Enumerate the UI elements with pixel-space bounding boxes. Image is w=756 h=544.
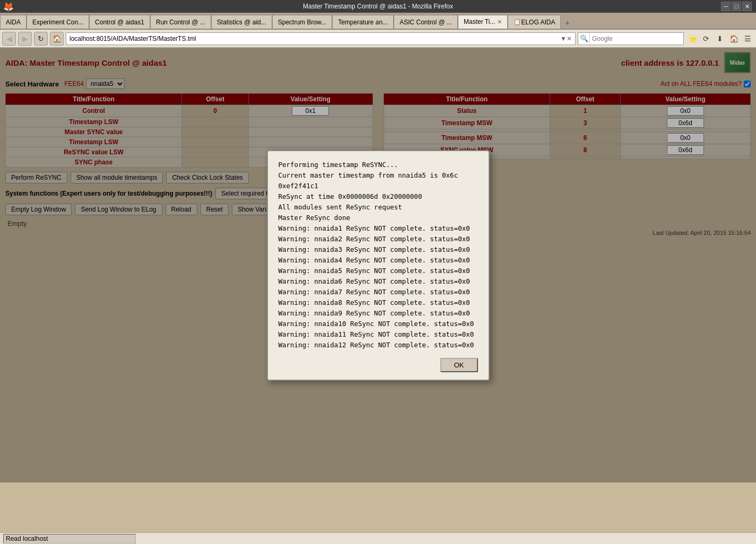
modal-overlay: Performing timestamp ReSYNC... Current m…	[0, 48, 756, 482]
address-clear-icon[interactable]: ✕	[567, 35, 572, 42]
modal-line-1: Current master timestamp from nnaida5 is…	[279, 170, 478, 191]
modal-line-15: Warning: nnaida11 ReSync NOT complete. s…	[279, 329, 478, 340]
modal-body: Performing timestamp ReSYNC... Current m…	[268, 151, 489, 353]
modal-line-0: Performing timestamp ReSYNC...	[279, 160, 478, 170]
modal-line-4: Master ReSync done	[279, 213, 478, 223]
sync-icon[interactable]: ⟳	[700, 32, 712, 45]
modal-line-14: Warning: nnaida10 ReSync NOT complete. s…	[279, 319, 478, 329]
browser-title-bar: 🦊 Master Timestamp Control @ aidas1 - Mo…	[0, 0, 756, 13]
modal-ok-button[interactable]: OK	[440, 358, 478, 372]
tab-master-ts[interactable]: Master Ti... ✕	[458, 15, 508, 29]
tab-experiment-con[interactable]: Experiment Con...	[27, 15, 89, 29]
nav-bar: ◀ ▶ ↻ 🏠 ▼ ✕ 🔍 ⭐ ⟳ ⬇ 🏠 ☰	[0, 30, 756, 48]
home-nav-icon[interactable]: 🏠	[727, 32, 740, 45]
address-dropdown-icon[interactable]: ▼	[560, 35, 567, 42]
tab-bar: AIDA Experiment Con... Control @ aidas1 …	[0, 13, 756, 30]
resync-modal: Performing timestamp ReSYNC... Current m…	[267, 150, 490, 381]
maximize-button[interactable]: □	[732, 2, 741, 11]
tab-aida[interactable]: AIDA	[0, 15, 27, 29]
nav-icons: ⭐ ⟳ ⬇ 🏠 ☰	[686, 32, 754, 45]
tab-elog[interactable]: 📋 ELOG AIDA	[508, 15, 561, 29]
modal-line-2: ReSync at time 0x0000006d 0x20000000	[279, 191, 478, 202]
browser-title: Master Timestamp Control @ aidas1 - Mozi…	[303, 3, 453, 10]
modal-line-9: Warning: nnaida5 ReSync NOT complete. st…	[279, 266, 478, 276]
search-engine-icon[interactable]: 🔍	[578, 33, 590, 45]
modal-line-3: All modules sent ReSync request	[279, 202, 478, 213]
reload-nav-button[interactable]: ↻	[34, 32, 48, 46]
tab-asic-control[interactable]: ASIC Control @ ...	[394, 15, 458, 29]
modal-line-10: Warning: nnaida6 ReSync NOT complete. st…	[279, 276, 478, 287]
download-icon[interactable]: ⬇	[714, 32, 726, 45]
status-text: Read localhost	[3, 534, 136, 543]
tab-close-icon[interactable]: ✕	[497, 19, 502, 25]
tab-statistics[interactable]: Statistics @ aid...	[211, 15, 272, 29]
modal-line-12: Warning: nnaida8 ReSync NOT complete. st…	[279, 297, 478, 308]
menu-icon[interactable]: ☰	[741, 32, 754, 45]
address-bar: ▼ ✕	[66, 32, 576, 45]
modal-line-13: Warning: nnaida9 ReSync NOT complete. st…	[279, 308, 478, 319]
close-button[interactable]: ✕	[742, 2, 752, 11]
tab-run-control[interactable]: Run Control @ ...	[150, 15, 211, 29]
minimize-button[interactable]: ─	[721, 2, 731, 11]
modal-line-7: Warning: nnaida3 ReSync NOT complete. st…	[279, 244, 478, 255]
tab-control-aidas1[interactable]: Control @ aidas1	[89, 15, 150, 29]
address-input[interactable]	[69, 35, 559, 42]
tab-spectrum[interactable]: Spectrum Brow...	[272, 15, 332, 29]
modal-line-6: Warning: nnaida2 ReSync NOT complete. st…	[279, 234, 478, 244]
page-content: AIDA: Master Timestamp Control @ aidas1 …	[0, 48, 756, 482]
new-tab-button[interactable]: +	[561, 17, 573, 29]
search-input[interactable]	[590, 35, 683, 42]
modal-line-11: Warning: nnaida7 ReSync NOT complete. st…	[279, 287, 478, 297]
home-button[interactable]: 🏠	[50, 32, 64, 46]
firefox-icon: 🦊	[3, 2, 14, 12]
bookmark-icon[interactable]: ⭐	[686, 32, 699, 45]
modal-line-5: Warning: nnaida1 ReSync NOT complete. st…	[279, 223, 478, 234]
back-button[interactable]: ◀	[2, 32, 16, 46]
search-bar: 🔍	[578, 32, 684, 45]
modal-line-16: Warning: nnaida12 ReSync NOT complete. s…	[279, 340, 478, 350]
window-controls[interactable]: ─ □ ✕	[721, 2, 752, 11]
modal-line-8: Warning: nnaida4 ReSync NOT complete. st…	[279, 255, 478, 266]
modal-footer: OK	[268, 353, 489, 380]
forward-button[interactable]: ▶	[18, 32, 32, 46]
tab-temperature[interactable]: Temperature an...	[332, 15, 394, 29]
status-bar: Read localhost	[0, 532, 756, 544]
